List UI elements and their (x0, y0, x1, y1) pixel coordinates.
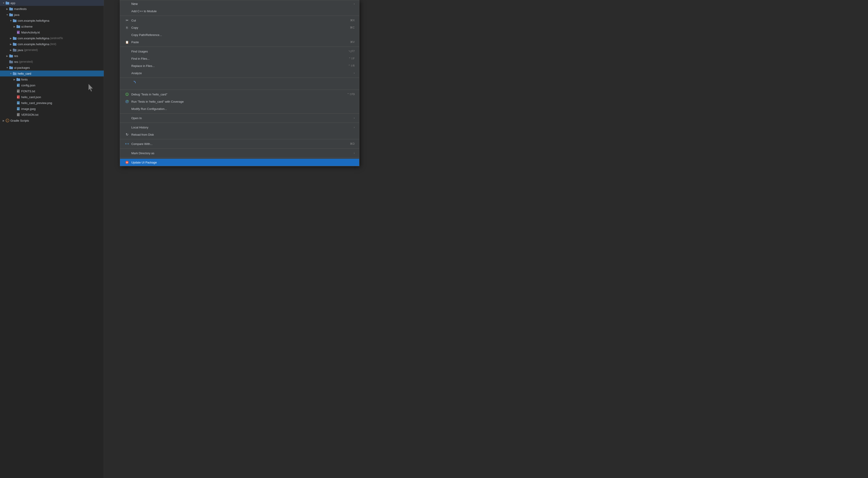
open-in-submenu-arrow: › (354, 116, 355, 120)
svg-rect-13 (13, 37, 14, 38)
tree-item-java[interactable]: java (0, 12, 104, 18)
svg-point-46 (127, 100, 128, 101)
menu-item-reload-from-disk[interactable]: ↻ Reload from Disk (120, 131, 359, 138)
tree-item-com-example-hellofigma[interactable]: com.example.hellofigma (0, 18, 104, 24)
svg-rect-23 (9, 66, 11, 67)
menu-item-local-history[interactable]: Local History › (120, 124, 359, 131)
svg-rect-19 (9, 55, 11, 55)
arrow-java-generated (9, 48, 13, 52)
cut-icon: ✂ (125, 18, 129, 22)
menu-item-modify-run[interactable]: Modify Run Configuration... (120, 105, 359, 112)
arrow-test (9, 42, 13, 46)
tree-item-version-txt[interactable]: txt VERSION.txt (0, 112, 104, 118)
menu-item-find-in-files[interactable]: Find in Files... ⌃⇧F (120, 55, 359, 62)
replace-in-files-label: Replace in Files... (131, 64, 339, 68)
tree-label-com-example: com.example.hellofigma (18, 19, 49, 22)
tree-label-ui-theme: ui.theme (21, 25, 33, 28)
arrow-java (5, 13, 9, 17)
gradle-icon: G (5, 118, 9, 123)
tree-item-ui-theme[interactable]: ui.theme (0, 24, 104, 29)
arrow-ui-theme (13, 25, 16, 28)
copy-shortcut: ⌘C (350, 26, 355, 29)
separator-2 (120, 47, 359, 47)
menu-item-run-tests-coverage[interactable]: Run 'Tests in 'hello_card'' with Coverag… (120, 98, 359, 105)
tree-item-app[interactable]: app (0, 0, 104, 6)
tree-label-res-generated: res (14, 60, 18, 63)
menu-item-find-usages[interactable]: Find Usages ⌥F7 (120, 48, 359, 55)
copy-label: Copy (131, 26, 341, 29)
tree-item-res[interactable]: res (0, 53, 104, 59)
menu-item-add-cpp[interactable]: Add C++ to Module (120, 7, 359, 15)
arrow-manifests (5, 7, 9, 11)
menu-item-replace-in-files[interactable]: Replace in Files... ⌃⇧R (120, 62, 359, 69)
folder-icon-com-example (13, 19, 17, 23)
tree-label-image-jpeg: image.jpeg (21, 107, 36, 111)
tree-label-fonts: fonts (21, 78, 28, 81)
tree-label-gradle-scripts: Gradle Scripts (10, 119, 29, 122)
debug-tests-shortcut: ⌃⇧F9 (347, 93, 355, 96)
tree-item-android-test[interactable]: com.example.hellofigma (androidTe (0, 35, 104, 41)
tree-item-fonts-txt[interactable]: txt FONTS.txt (0, 88, 104, 94)
svg-rect-3 (9, 7, 11, 8)
file-icon-version-txt: txt (16, 113, 20, 117)
separator-8 (120, 148, 359, 149)
file-icon-fonts-txt: txt (16, 89, 20, 93)
menu-item-paste[interactable]: 📋 Paste ⌘V (120, 38, 359, 46)
find-usages-shortcut: ⌥F7 (348, 50, 355, 53)
tree-item-ui-packages[interactable]: ui-packages (0, 65, 104, 70)
menu-item-copy-path[interactable]: Copy Path/Reference... (120, 31, 359, 38)
tree-item-config-json[interactable]: {} config.json (0, 82, 104, 88)
debug-tests-label: Debug 'Tests in 'hello_card'' (131, 93, 338, 96)
svg-rect-25 (13, 72, 14, 73)
folder-icon-android-test (13, 36, 17, 40)
tree-label-android-test: com.example.hellofigma (18, 37, 49, 40)
tree-item-manifests[interactable]: manifests (0, 6, 104, 12)
menu-item-new[interactable]: New › (120, 0, 359, 7)
debug-icon (125, 92, 129, 96)
tree-item-test[interactable]: com.example.hellofigma (test) (0, 41, 104, 47)
arrow-com-example (9, 19, 13, 22)
tree-item-gradle-scripts[interactable]: G Gradle Scripts (0, 118, 104, 123)
tree-item-java-generated[interactable]: java (generated) (0, 47, 104, 53)
separator-5 (120, 113, 359, 114)
context-menu: New › Add C++ to Module ✂ Cut ⌘X ⎘ Copy … (120, 0, 360, 166)
menu-item-debug-tests[interactable]: Debug 'Tests in 'hello_card'' ⌃⇧F9 (120, 91, 359, 98)
menu-item-analyze[interactable]: Analyze › (120, 69, 359, 77)
tree-label-hello-card-preview: hello_card_preview.png (21, 101, 52, 105)
menu-item-copy[interactable]: ⎘ Copy ⌘C (120, 24, 359, 31)
svg-rect-5 (9, 13, 11, 14)
tree-item-hello-card-preview[interactable]: png hello_card_preview.png (0, 100, 104, 106)
tree-item-main-activity[interactable]: kt MainActivity.kt (0, 29, 104, 35)
file-icon-image-jpeg: jpeg (16, 107, 20, 111)
menu-item-cut[interactable]: ✂ Cut ⌘X (120, 17, 359, 24)
paste-icon: 📋 (125, 40, 129, 44)
arrow-ui-packages (5, 66, 9, 69)
tree-label-test: com.example.hellofigma (18, 42, 49, 46)
folder-icon-ui-theme (16, 24, 20, 29)
tree-label-version-txt: VERSION.txt (21, 113, 38, 116)
folder-icon-res-generated (9, 60, 13, 64)
cut-shortcut: ⌘X (350, 19, 355, 22)
cut-label: Cut (131, 19, 341, 22)
tree-item-image-jpeg[interactable]: jpeg image.jpeg (0, 106, 104, 112)
menu-item-update-ui-package[interactable]: ⟳ Update UI Package (120, 159, 359, 166)
folder-icon-app (5, 1, 9, 5)
menu-item-open-in[interactable]: Open In › (120, 114, 359, 122)
tree-item-hello-card-json[interactable]: {} hello_card.json (0, 94, 104, 100)
find-in-files-shortcut: ⌃⇧F (348, 57, 355, 60)
tree-item-hello-card[interactable]: hello_card (0, 70, 104, 77)
spinner-visual (131, 81, 136, 87)
svg-point-44 (127, 94, 128, 94)
tree-label-hello-card-json: hello_card.json (21, 95, 41, 99)
tree-label-fonts-txt: FONTS.txt (21, 90, 35, 93)
menu-item-mark-directory-as[interactable]: Mark Directory as › (120, 149, 359, 157)
menu-item-compare-with[interactable]: Compare With... ⌘D (120, 140, 359, 147)
find-usages-label: Find Usages (131, 50, 339, 53)
folder-icon-res (9, 54, 13, 58)
svg-rect-21 (9, 60, 11, 61)
tree-label-res: res (14, 54, 18, 58)
tree-item-fonts[interactable]: fonts (0, 77, 104, 82)
svg-text:⟳: ⟳ (126, 161, 128, 164)
local-history-submenu-arrow: › (354, 126, 355, 129)
tree-item-res-generated[interactable]: res (generated) (0, 59, 104, 65)
